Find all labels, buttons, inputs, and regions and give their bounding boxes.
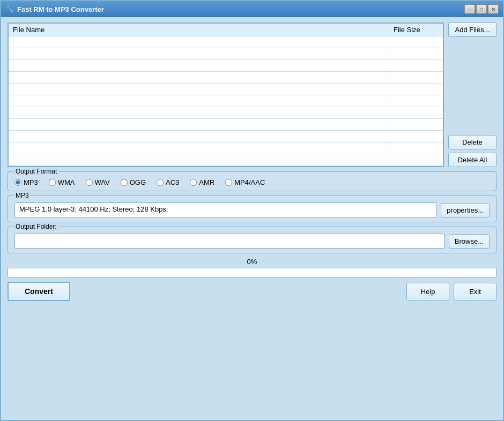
- table-row: [9, 131, 443, 142]
- progress-bar-container: [8, 268, 496, 277]
- format-option-wma[interactable]: WMA: [49, 178, 75, 186]
- output-format-label: Output Format: [13, 168, 59, 175]
- window-title: Fast RM to MP3 Converter: [17, 5, 461, 13]
- help-exit-buttons: Help Exit: [406, 283, 496, 300]
- column-header-name: File Name: [9, 24, 389, 36]
- properties-button[interactable]: properties...: [441, 203, 490, 217]
- output-folder-label: Output Folder:: [13, 223, 59, 230]
- app-icon: 🔧: [5, 5, 14, 13]
- table-row: [9, 48, 443, 60]
- file-table-header: File Name File Size: [9, 24, 443, 36]
- convert-button[interactable]: Convert: [8, 282, 70, 301]
- bottom-buttons: Convert Help Exit: [8, 282, 496, 303]
- minimize-button[interactable]: –: [464, 4, 475, 14]
- help-button[interactable]: Help: [406, 283, 449, 300]
- window-controls: – □ ✕: [464, 4, 499, 14]
- exit-button[interactable]: Exit: [454, 283, 496, 300]
- format-option-mp3[interactable]: MP3: [14, 178, 38, 186]
- progress-percentage: 0%: [247, 258, 257, 266]
- mp3-settings-group: MP3 MPEG 1.0 layer-3: 44100 Hz; Stereo; …: [8, 196, 496, 222]
- file-area: File Name File Size: [8, 22, 496, 167]
- file-action-buttons: Add Files... Delete Delete All: [448, 22, 496, 167]
- table-row: [9, 154, 443, 166]
- close-button[interactable]: ✕: [488, 4, 499, 14]
- table-row: [9, 95, 443, 107]
- title-bar: 🔧 Fast RM to MP3 Converter – □ ✕: [1, 1, 503, 17]
- browse-button[interactable]: Browse...: [449, 234, 490, 249]
- output-folder-group: Output Folder: Browse...: [8, 227, 496, 253]
- main-window: 🔧 Fast RM to MP3 Converter – □ ✕ File Na…: [0, 0, 504, 421]
- format-radio-row: MP3 WMA WAV OGG AC3 AMR MP: [14, 178, 490, 186]
- table-row: [9, 119, 443, 131]
- progress-section: 0%: [8, 258, 496, 277]
- format-option-wav[interactable]: WAV: [86, 178, 110, 186]
- window-content: File Name File Size: [1, 17, 503, 420]
- format-option-amr[interactable]: AMR: [190, 178, 214, 186]
- format-option-ac3[interactable]: AC3: [157, 178, 179, 186]
- delete-button[interactable]: Delete: [448, 135, 496, 149]
- output-format-group: Output Format MP3 WMA WAV OGG AC3: [8, 171, 496, 191]
- mp3-row: MPEG 1.0 layer-3: 44100 Hz; Stereo; 128 …: [14, 202, 490, 217]
- table-row: [9, 84, 443, 95]
- table-row: [9, 72, 443, 84]
- table-row: [9, 142, 443, 154]
- mp3-group-label: MP3: [13, 192, 31, 199]
- table-row: [9, 60, 443, 72]
- add-files-button[interactable]: Add Files...: [448, 22, 496, 37]
- table-row: [9, 107, 443, 119]
- column-header-size: File Size: [389, 24, 443, 36]
- delete-all-button[interactable]: Delete All: [448, 153, 496, 167]
- format-option-mp4aac[interactable]: MP4/AAC: [225, 178, 265, 186]
- format-option-ogg[interactable]: OGG: [121, 178, 146, 186]
- mp3-info-display: MPEG 1.0 layer-3: 44100 Hz; Stereo; 128 …: [14, 202, 436, 217]
- maximize-button[interactable]: □: [476, 4, 487, 14]
- table-row: [9, 36, 443, 48]
- file-table-rows: [9, 36, 443, 166]
- folder-row: Browse...: [14, 234, 490, 249]
- file-table: File Name File Size: [8, 22, 444, 167]
- output-folder-input[interactable]: [14, 234, 444, 249]
